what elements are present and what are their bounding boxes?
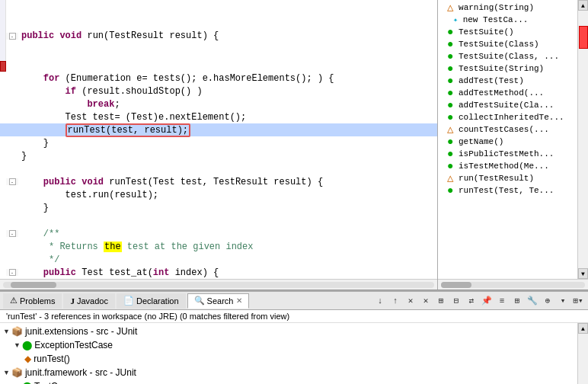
outline-item[interactable]: ● TestSuite(Class): [438, 38, 588, 50]
outline-item[interactable]: ● collectInheritedTe...: [438, 111, 588, 123]
outline-item[interactable]: ● addTest(Test): [438, 75, 588, 87]
tree-item-junit-extensions[interactable]: ▼ 📦 junit.extensions - src - JUnit: [0, 325, 577, 338]
bottom-scroll-track: [578, 334, 588, 384]
outline-label: TestSuite(String): [453, 64, 544, 73]
code-line: test.run(result);: [0, 188, 437, 201]
fold-icon[interactable]: -: [9, 230, 16, 237]
code-text: }: [21, 151, 27, 162]
layout-button[interactable]: ⊞: [510, 294, 524, 308]
class-icon-green: ⬤: [22, 381, 32, 384]
outline-item[interactable]: ● getName(): [438, 136, 588, 148]
problems-icon: ⚠: [10, 296, 18, 306]
code-line: */: [0, 253, 437, 266]
method-icon: ●: [447, 112, 453, 123]
outline-item[interactable]: ✦ new TestCa...: [438, 14, 588, 26]
line-content: test.run(result);: [18, 190, 437, 200]
code-text: }: [43, 203, 49, 213]
pin-button[interactable]: 📌: [480, 294, 494, 308]
jar-icon: 📦: [11, 367, 23, 378]
fold-icon[interactable]: -: [9, 33, 16, 40]
line-content: if (result.shouldStop() ): [18, 86, 437, 97]
tab-label: Declaration: [136, 296, 179, 306]
tree-item-runtest[interactable]: ◆ runTest(): [0, 352, 577, 366]
line-content: /**: [18, 229, 437, 239]
fold-icon[interactable]: -: [9, 178, 16, 185]
tab-javadoc[interactable]: J Javadoc: [63, 293, 114, 309]
line-content: public void runTest(Test test, TestResul…: [18, 177, 437, 187]
prev-match-button[interactable]: ↑: [388, 294, 402, 308]
scroll-down-arrow[interactable]: ▼: [578, 268, 588, 279]
tab-problems[interactable]: ⚠ Problems: [3, 293, 62, 309]
remove-all-button[interactable]: ✕: [419, 294, 433, 308]
code-line: Test test= (Test)e.nextElement();: [0, 110, 437, 123]
outline-label: getName(): [453, 137, 503, 146]
next-match-button[interactable]: ↓: [373, 294, 387, 308]
outline-label: TestSuite(Class): [453, 40, 538, 49]
class-icon: ⬤: [22, 341, 32, 350]
tab-label: Javadoc: [77, 296, 108, 306]
outline-item[interactable]: ● TestSuite(Class, ...: [438, 50, 588, 62]
hscroll-thumb[interactable]: [11, 282, 56, 288]
method-icon: ●: [447, 149, 453, 159]
line-content: [18, 216, 437, 226]
outline-item[interactable]: △ warning(String): [438, 2, 588, 14]
comment-text: /**: [43, 229, 60, 239]
tab-declaration[interactable]: 📄 Declaration: [117, 293, 186, 309]
code-horizontal-scrollbar[interactable]: [0, 279, 437, 290]
expand-icon: ▼: [3, 328, 10, 335]
show-matches-button[interactable]: ≡: [495, 294, 509, 308]
top-area: - public void run(TestResult result) { f…: [0, 0, 588, 290]
fold-icon[interactable]: -: [9, 269, 16, 276]
code-line: * Returns the test at the given index: [0, 240, 437, 253]
outline-item[interactable]: ● isPublicTestMeth...: [438, 148, 588, 160]
tab-search[interactable]: 🔍 Search ✕: [187, 293, 250, 309]
remove-button[interactable]: ✕: [404, 294, 417, 308]
left-margin: [0, 0, 6, 72]
search-icon: 🔍: [194, 296, 205, 306]
highlighted-code-line: runTest(test, result);: [0, 123, 437, 136]
outline-label: TestSuite(): [453, 27, 513, 37]
bottom-vscrollbar[interactable]: ▲ ▼: [577, 323, 588, 384]
tree-item-testcase[interactable]: ▼ ⬤ TestCase: [0, 379, 577, 384]
line-marker: -: [6, 178, 18, 185]
right-vscrollbar[interactable]: ▲ ▼: [577, 0, 588, 279]
keyword: public: [43, 267, 76, 278]
scroll-up-arrow[interactable]: ▲: [578, 0, 588, 11]
collapse-all-button[interactable]: ⊟: [449, 294, 463, 308]
new-search-button[interactable]: ⊕: [541, 294, 554, 308]
outline-item[interactable]: △ run(TestResult): [438, 172, 588, 184]
line-content: break;: [18, 99, 437, 110]
tree-item-label: junit.framework - src - JUnit: [25, 367, 136, 378]
code-line: - public Test test_at(int index) {: [0, 266, 437, 279]
outline-label: isTestMethod(Me...: [453, 162, 548, 171]
outline-item[interactable]: ● addTestSuite(Cla...: [438, 99, 588, 111]
hscroll-track: [3, 282, 434, 288]
settings-button[interactable]: 🔧: [526, 294, 539, 308]
search-history-button[interactable]: ▾: [556, 294, 570, 308]
right-hscroll-thumb[interactable]: [441, 282, 471, 288]
tree-item-exception-test-case[interactable]: ▼ ⬤ ExceptionTestCase: [0, 338, 577, 352]
expand-all-button[interactable]: ⊞: [434, 294, 448, 308]
link-editor-button[interactable]: ⇄: [465, 294, 478, 308]
tab-close-button[interactable]: ✕: [236, 296, 242, 305]
keyword: void: [59, 30, 81, 41]
outline-label: isPublicTestMeth...: [453, 149, 554, 158]
right-hscrollbar[interactable]: [438, 279, 588, 290]
outline-item[interactable]: ● isTestMethod(Me...: [438, 160, 588, 172]
view-menu-button[interactable]: ⊞▾: [571, 294, 585, 308]
outline-item[interactable]: ● TestSuite(): [438, 26, 588, 38]
line-content: for (Enumeration e= tests(); e.hasMoreEl…: [18, 73, 437, 84]
method-icon: ●: [447, 27, 453, 37]
code-line: [0, 214, 437, 227]
bottom-scroll-up[interactable]: ▲: [578, 323, 588, 334]
outline-item[interactable]: ● runTest(Test, Te...: [438, 184, 588, 197]
outline-item[interactable]: ● TestSuite(String): [438, 62, 588, 75]
tree-item-junit-framework[interactable]: ▼ 📦 junit.framework - src - JUnit: [0, 366, 577, 379]
keyword: break: [87, 99, 114, 110]
breakpoint-marker[interactable]: [0, 61, 6, 72]
outline-label: addTest(Test): [453, 76, 523, 85]
outline-item[interactable]: ● addTestMethod(...: [438, 87, 588, 99]
outline-item[interactable]: △ countTestCases(...: [438, 123, 588, 136]
line-marker: -: [6, 269, 18, 276]
method-icon: ●: [447, 39, 453, 50]
